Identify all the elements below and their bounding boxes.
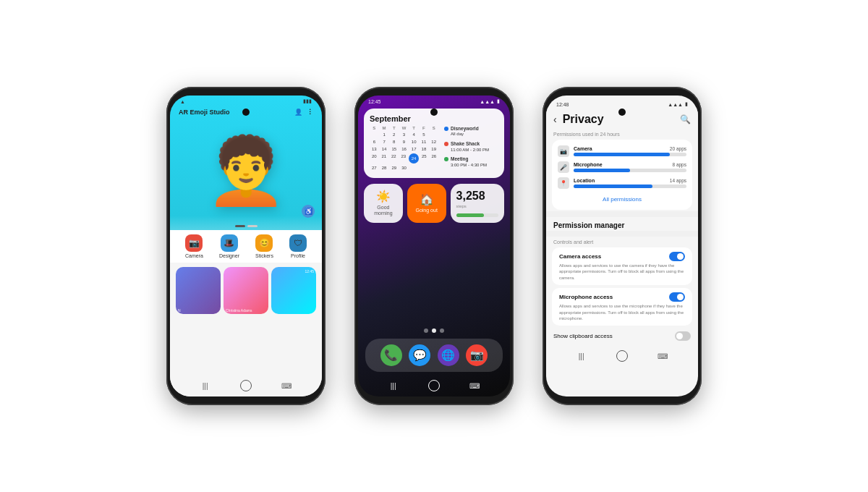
calendar-events: Disneyworld All day Shake Shack 11:00 AM… (444, 126, 498, 172)
phone2-screen: 12:45 ▲▲▲ ▮ September S M T W (358, 96, 510, 396)
section-divider-2 (546, 231, 698, 237)
mic-access-toggle-row: Microphone access Allows apps and servic… (552, 288, 692, 326)
p2-time: 12:45 (368, 99, 381, 104)
phone1-screen: ▲ ▮▮▮ AR Emoji Studio 👤 ⋮ 🧑‍🦱 ♿ (170, 96, 322, 396)
status-battery: ▮▮▮ (303, 98, 312, 104)
preview-2-name: Christina Adams (226, 308, 252, 313)
p3-back[interactable]: ||| (575, 349, 588, 362)
p2-home[interactable] (428, 380, 440, 391)
cal-week-4: 20 21 22 23 24 25 26 (370, 153, 438, 164)
steps-widget[interactable]: 3,258 steps (451, 184, 504, 223)
home-widget[interactable]: 🏠 Going out (407, 184, 446, 223)
mic-toggle-desc: Allows apps and services to use the micr… (559, 303, 685, 321)
section-divider-1 (546, 211, 698, 217)
menu-camera[interactable]: 📷 Camera (185, 234, 203, 258)
phone3-statusbar: 12:48 ▲▲▲ ▮ (546, 96, 698, 109)
preview-card-2[interactable]: Christina Adams (224, 267, 268, 314)
permissions-card: 📷 Camera 20 apps 🎤 (552, 140, 692, 210)
dock-messages[interactable]: 💬 (409, 344, 430, 366)
location-bar (574, 184, 686, 188)
location-perm-content: Location 14 apps (574, 178, 686, 188)
mic-toggle-knob (677, 294, 684, 300)
clipboard-toggle[interactable] (675, 331, 691, 341)
location-perm-count: 14 apps (670, 178, 686, 183)
dock-phone[interactable]: 📞 (380, 344, 402, 366)
preview-card-1[interactable]: N (176, 267, 221, 314)
recents-button[interactable]: ⌨ (280, 379, 293, 392)
camera-perm-count: 20 apps (670, 146, 686, 151)
day-s1: S (370, 126, 379, 130)
camera-perm-label: Camera (574, 146, 592, 151)
mic-toggle-switch[interactable] (669, 292, 685, 302)
location-perm-label: Location (574, 178, 595, 183)
steps-label: steps (456, 204, 498, 208)
home-widget-icon: 🏠 (420, 192, 434, 206)
designer-menu-icon: 🎩 (221, 234, 238, 252)
mic-perm-content: Microphone 8 apps (574, 162, 686, 172)
cal-week-5: 27 28 29 30 (370, 165, 438, 171)
day-f: F (420, 126, 429, 130)
punch-hole-2 (430, 109, 438, 116)
camera-toggle-switch[interactable] (669, 252, 685, 261)
day-t2: T (409, 126, 419, 130)
weather-icon: ☀️ (376, 190, 391, 203)
emoji-previews: N Christina Adams 12:45 (170, 263, 322, 375)
page-dot-2 (247, 225, 258, 227)
location-bar-fill (574, 184, 652, 188)
widgets-row: ☀️ Good morning 🏠 Going out 3,258 steps (364, 184, 504, 223)
page-dot-1 (235, 225, 245, 227)
topbar-icons: 👤 ⋮ (294, 109, 313, 116)
day-t1: T (389, 126, 399, 130)
phone1-navbar: ||| ⌨ (170, 375, 322, 396)
weather-widget[interactable]: ☀️ Good morning (364, 184, 403, 223)
status-wifi: ▲ (180, 99, 185, 104)
calendar-widget[interactable]: September S M T W T F S (364, 109, 504, 178)
p3-signal: ▲▲▲ (668, 102, 683, 107)
menu-dots-icon[interactable]: ⋮ (307, 109, 313, 116)
stickers-menu-icon: 😊 (255, 234, 273, 252)
home-dot-1 (424, 328, 428, 333)
profile-menu-icon: 🛡 (289, 234, 307, 252)
steps-bar (456, 213, 498, 217)
mic-toggle-title: Microphone access (559, 294, 613, 300)
accessibility-badge: ♿ (302, 205, 315, 218)
back-arrow-icon[interactable]: ‹ (553, 114, 557, 125)
p2-battery: ▮ (497, 98, 500, 104)
stickers-label: Stickers (255, 253, 273, 258)
back-button[interactable]: ||| (199, 379, 212, 392)
p3-recents[interactable]: ⌨ (656, 349, 669, 362)
event-dot-1 (444, 127, 448, 131)
phone2-navbar: ||| ⌨ (358, 375, 510, 396)
camera-bar-fill (574, 153, 670, 156)
designer-label: Designer (219, 253, 239, 258)
page-indicator (170, 222, 322, 230)
search-icon[interactable]: 🔍 (680, 114, 691, 124)
menu-designer[interactable]: 🎩 Designer (219, 234, 239, 258)
preview-card-3[interactable]: 12:45 (271, 267, 316, 314)
add-person-icon[interactable]: 👤 (294, 109, 302, 116)
home-widget-label: Going out (415, 208, 437, 213)
phones-container: ▲ ▮▮▮ AR Emoji Studio 👤 ⋮ 🧑‍🦱 ♿ (152, 72, 716, 420)
p2-recents[interactable]: ⌨ (468, 379, 481, 392)
mic-perm-icon: 🎤 (558, 161, 569, 173)
camera-access-toggle-row: Camera access Allows apps and services t… (552, 247, 692, 285)
mic-bar (574, 169, 686, 172)
p3-home[interactable] (616, 350, 628, 362)
dock-camera[interactable]: 📷 (466, 344, 488, 366)
all-permissions-button[interactable]: All permissions (558, 193, 686, 204)
camera-toggle-header: Camera access (559, 252, 685, 261)
permissions-section-label: Permissions used in 24 hours (546, 129, 698, 138)
punch-hole-3 (618, 109, 626, 116)
permission-location: 📍 Location 14 apps (558, 177, 686, 189)
permission-microphone: 🎤 Microphone 8 apps (558, 161, 686, 173)
day-w: W (399, 126, 409, 130)
menu-profile[interactable]: 🛡 Profile (289, 234, 307, 258)
p2-back[interactable]: ||| (387, 379, 400, 392)
home-button[interactable] (240, 380, 252, 391)
calendar-day-headers: S M T W T F S (370, 126, 438, 130)
permission-manager-title[interactable]: Permission manager (546, 217, 698, 231)
dock-internet[interactable]: 🌐 (438, 344, 459, 366)
menu-stickers[interactable]: 😊 Stickers (255, 234, 273, 258)
camera-toggle-desc: Allows apps and services to use the came… (559, 263, 685, 281)
camera-bar (574, 153, 686, 156)
